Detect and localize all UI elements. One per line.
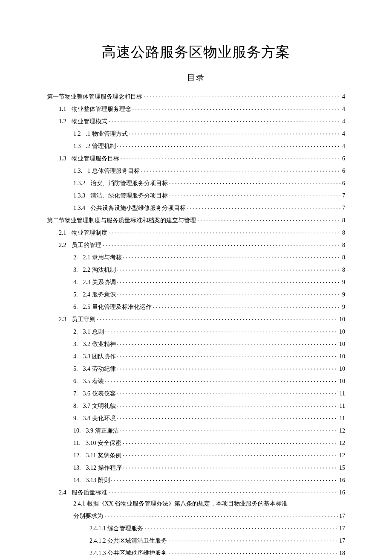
document-title: 高速公路服务区物业服务方案 — [47, 43, 345, 62]
toc-leader-dots — [109, 117, 341, 123]
toc-entry-label: 物业管理服务目标 — [72, 156, 119, 162]
toc-leader-dots — [121, 154, 341, 160]
toc-entry: 2.4.1.1 综合管理服务17 — [47, 524, 345, 532]
toc-entry-page: 4 — [342, 131, 345, 137]
toc-entry-label: 3.6 仪表仪容 — [83, 391, 116, 397]
toc-entry-label: 3.11 奖惩条例 — [86, 453, 121, 459]
toc-leader-dots — [169, 179, 341, 185]
toc-entry: 10.3.9 清正廉洁12 — [47, 427, 345, 434]
toc-entry-number: 5. — [73, 366, 78, 372]
toc-leader-dots — [117, 278, 341, 284]
toc-entry-page: 8 — [342, 267, 345, 273]
table-of-contents: 第一节物业整体管理服务理念和目标41.1物业整体管理服务理念41.2物业管理模式… — [47, 93, 345, 555]
toc-leader-dots — [117, 365, 338, 371]
toc-entry-page: 9 — [342, 304, 345, 310]
toc-entry-number: 2.2 — [59, 242, 66, 248]
toc-entry: 2.2员工的管理8 — [47, 241, 345, 248]
toc-entry-number: 1.1 — [59, 106, 66, 112]
toc-entry: 2.4.1.2 公共区域清洁卫生服务17 — [47, 537, 345, 544]
toc-entry: 9.3.8 美化环境11 — [47, 414, 345, 421]
toc-entry-page: 8 — [342, 230, 345, 236]
toc-entry-number: 7. — [73, 391, 78, 397]
toc-entry-number: 9. — [73, 416, 78, 421]
toc-entry-number: 1.3.3 — [73, 193, 85, 199]
toc-entry: 2.4.1.3 公共区域秩序维护服务18 — [47, 549, 345, 555]
toc-entry-page: 6 — [342, 180, 345, 186]
toc-entry-number: 2.1 — [59, 230, 66, 236]
toc-entry-page: 17 — [339, 526, 345, 532]
toc-entry-number: 1.3.2 — [73, 180, 85, 186]
toc-entry-label: 第一节物业整体管理服务理念和目标 — [47, 94, 142, 100]
toc-entry: 1.1物业整体管理服务理念4 — [47, 105, 345, 112]
toc-entry-number: 14. — [73, 477, 81, 483]
toc-entry-label: 2.4.1.1 综合管理服务 — [89, 526, 143, 532]
toc-entry-page: 11 — [340, 403, 345, 409]
toc-leader-dots — [123, 253, 341, 259]
toc-entry: 6.2.5 量化管理及标准化运作9 — [47, 303, 345, 310]
toc-heading: 目录 — [47, 72, 345, 83]
toc-entry-label: 第二节物业管理制度与服务质量标准和档案的建立与管理 — [47, 218, 196, 224]
toc-entry: 3.3.2 敬业精神10 — [47, 340, 345, 347]
toc-leader-dots — [123, 464, 338, 470]
toc-entry: 6.3.5 着装10 — [47, 377, 345, 384]
toc-leader-dots — [168, 537, 338, 543]
toc-entry-label: 物业管理模式 — [72, 119, 107, 125]
toc-entry-page: 4 — [342, 106, 345, 112]
toc-entry-page: 15 — [339, 465, 345, 471]
toc-entry-number: 11. — [73, 440, 81, 446]
toc-entry-label: 3.4 劳动纪律 — [83, 366, 116, 372]
toc-entry-number: 6. — [73, 304, 78, 310]
toc-leader-dots — [111, 476, 338, 482]
toc-entry-label: 3.3 团队协作 — [83, 354, 116, 360]
toc-entry-page: 10 — [339, 329, 345, 335]
toc-entry-number: 5. — [73, 292, 78, 298]
toc-entry: 第二节物业管理制度与服务质量标准和档案的建立与管理8 — [47, 216, 345, 224]
toc-entry-label: 3.1 总则 — [83, 329, 104, 335]
toc-leader-dots — [117, 414, 338, 420]
toc-leader-dots — [117, 291, 341, 296]
toc-leader-dots — [123, 439, 338, 445]
toc-entry-label: 公共设备设施小型维修服务分项目标 — [90, 205, 186, 211]
toc-entry-label: 1 总体管理服务目标 — [87, 168, 140, 174]
toc-entry: 2.3.1 总则10 — [47, 328, 345, 335]
toc-entry-page: 8 — [342, 218, 345, 224]
toc-entry: 1.3.1 总体管理服务目标6 — [47, 167, 345, 174]
toc-entry-number: 13. — [73, 465, 81, 471]
toc-entry-page: 9 — [342, 279, 345, 285]
toc-entry-number: 1.2 — [59, 119, 66, 125]
toc-entry-number: 8. — [73, 403, 78, 409]
toc-entry-page: 8 — [342, 255, 345, 261]
toc-entry: 11.3.10 安全保密12 — [47, 439, 345, 446]
toc-entry-page: 18 — [339, 550, 345, 555]
toc-entry: 2.2.1 录用与考核8 — [47, 253, 345, 261]
toc-entry-label: 2.4.1.2 公共区域清洁卫生服务 — [89, 538, 167, 544]
toc-entry-number: 3. — [73, 267, 78, 273]
toc-entry-label: 3.5 着装 — [83, 378, 104, 384]
toc-entry: 7.3.6 仪表仪容11 — [47, 389, 345, 397]
toc-entry-label: 物业管理制度 — [72, 230, 107, 236]
toc-entry: 1.3.4公共设备设施小型维修服务分项目标7 — [47, 204, 345, 211]
toc-entry-label: 分别要求为 — [73, 513, 103, 519]
toc-entry-page: 16 — [339, 477, 345, 483]
toc-entry: 4.3.3 团队协作10 — [47, 352, 345, 360]
toc-leader-dots — [104, 512, 338, 518]
toc-entry: 1.3.3清洁、绿化管理服务分项目标7 — [47, 192, 345, 199]
toc-leader-dots — [197, 216, 341, 222]
toc-entry: 2.4.1 根据《XX 省物业服务管理办法》第八条的规定，本项目物业服务的基本标… — [47, 501, 345, 507]
toc-entry: 1.3.2治安、消防管理服务分项目标6 — [47, 179, 345, 186]
toc-entry-page: 16 — [339, 490, 345, 496]
toc-leader-dots — [105, 328, 338, 334]
toc-leader-dots — [117, 142, 341, 148]
toc-entry-number: 6. — [73, 378, 78, 384]
toc-entry: 14.3.13 附则16 — [47, 476, 345, 483]
toc-leader-dots — [187, 204, 341, 210]
toc-entry-label: 3.10 安全保密 — [86, 440, 121, 446]
toc-entry: 4.2.3 关系协调9 — [47, 278, 345, 285]
toc-leader-dots — [144, 93, 341, 99]
toc-entry-page: 4 — [342, 119, 345, 125]
toc-entry-page: 10 — [339, 378, 345, 384]
toc-leader-dots — [117, 340, 338, 346]
toc-entry-page: 12 — [339, 453, 345, 459]
toc-entry: 2.1物业管理制度8 — [47, 229, 345, 236]
toc-entry-page: 7 — [342, 205, 345, 211]
